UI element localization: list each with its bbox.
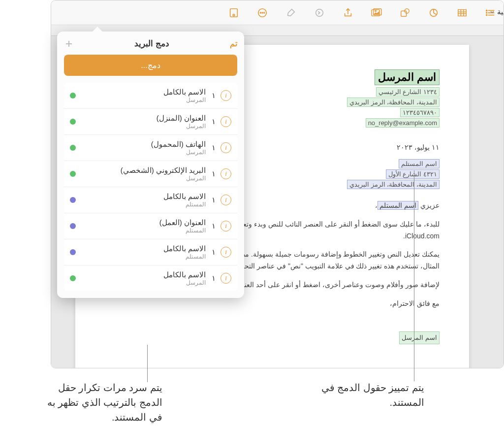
field-sublabel: المستلم — [81, 253, 206, 260]
svg-point-23 — [486, 14, 487, 15]
shapes-icon[interactable] — [399, 7, 411, 19]
field-label: الهاتف (المحمول) — [81, 140, 206, 149]
info-icon[interactable]: i — [220, 116, 231, 127]
merge-field-row[interactable]: الاسم بالكامل المرسل ١ i — [64, 265, 237, 291]
field-text: الاسم بالكامل المستلم — [81, 244, 206, 260]
field-sublabel: المرسل — [81, 149, 206, 156]
field-dot-icon — [70, 145, 76, 151]
merge-field-sender-phone[interactable]: ١٢٣٤٥٦٧٨٩٠ — [400, 108, 440, 117]
merge-field-row[interactable]: العنوان (المنزل) المرسل ١ i — [64, 109, 237, 135]
field-count: ١ — [211, 222, 216, 230]
info-icon[interactable]: i — [220, 142, 231, 153]
done-button[interactable]: تم — [230, 39, 237, 48]
merge-field-row[interactable]: الاسم بالكامل المستلم ١ i — [64, 239, 237, 265]
field-dot-icon — [70, 197, 76, 203]
merge-field-sender-name[interactable]: اسم المرسل — [375, 69, 440, 85]
info-icon[interactable]: i — [220, 90, 231, 101]
callout-2: يتم سرد مرات تكرار حقل الدمج بالترتيب ال… — [44, 380, 162, 425]
field-count: ١ — [211, 274, 216, 283]
field-count: ١ — [211, 91, 216, 100]
field-label: البريد الإلكتروني (الشخصي) — [81, 166, 206, 175]
field-text: العنوان (العمل) المستلم — [81, 218, 206, 234]
chart-icon[interactable] — [428, 7, 440, 19]
field-text: الاسم بالكامل المرسل — [81, 88, 206, 103]
field-text: العنوان (المنزل) المرسل — [81, 114, 206, 130]
more-icon[interactable] — [256, 7, 268, 19]
field-label: العنوان (المنزل) — [81, 114, 206, 123]
merge-field-row[interactable]: العنوان (العمل) المستلم ١ i — [64, 213, 237, 239]
field-sublabel: المستلم — [81, 227, 206, 234]
field-dot-icon — [70, 249, 76, 255]
merge-field-list: الاسم بالكامل المرسل ١ i العنوان (المنزل… — [64, 83, 237, 291]
svg-rect-10 — [401, 11, 407, 16]
merge-field-sender-addr2[interactable]: المدينة، المحافظة، الرمز البريدي — [347, 98, 440, 107]
merge-field-sender-email[interactable]: no_reply@example.com — [366, 118, 440, 128]
merge-field-signature[interactable]: اسم المرسل — [399, 331, 440, 344]
merge-field-row[interactable]: الاسم بالكامل المرسل ١ i — [64, 83, 237, 109]
merge-field-sender-addr1[interactable]: ١٢٣٤ الشارع الرئيسي — [376, 87, 440, 97]
field-sublabel: المرسل — [81, 279, 206, 286]
svg-point-5 — [264, 12, 265, 13]
svg-point-4 — [262, 12, 263, 13]
field-sublabel: المستلم — [81, 201, 206, 208]
info-icon[interactable]: i — [220, 221, 231, 231]
callout-line-1 — [414, 170, 414, 381]
table-icon[interactable] — [456, 7, 468, 19]
mail-merge-popover: دمج البريد تم دمج... الاسم بالكامل المرس… — [57, 32, 244, 298]
field-label: العنوان (العمل) — [81, 218, 206, 227]
field-sublabel: المرسل — [81, 97, 206, 103]
merge-button[interactable]: دمج... — [64, 55, 237, 76]
field-text: الاسم بالكامل المستلم — [81, 192, 206, 208]
document-title[interactable]: لاسيكية — [489, 7, 504, 16]
field-label: الاسم بالكامل — [81, 88, 206, 97]
merge-field-row[interactable]: الهاتف (المحمول) المرسل ١ i — [64, 135, 237, 161]
merge-field-recipient-addr1[interactable]: ٤٣٢١ الشارع الأول — [386, 169, 440, 179]
field-count: ١ — [211, 169, 216, 178]
popover-header: دمج البريد تم — [64, 38, 237, 49]
field-dot-icon — [70, 171, 76, 177]
field-text: الهاتف (المحمول) المرسل — [81, 140, 206, 156]
media-icon[interactable] — [371, 7, 382, 19]
toolbar — [51, 0, 504, 25]
view-icon[interactable] — [228, 7, 240, 19]
info-icon[interactable]: i — [220, 168, 231, 179]
field-dot-icon — [70, 93, 76, 98]
redo-icon[interactable] — [314, 7, 325, 19]
svg-point-3 — [260, 12, 261, 13]
svg-point-22 — [486, 12, 487, 13]
info-icon[interactable]: i — [220, 195, 231, 205]
field-count: ١ — [211, 117, 216, 126]
svg-rect-13 — [458, 9, 467, 16]
merge-field-recipient-name[interactable]: اسم المستلم — [399, 159, 440, 168]
field-text: البريد الإلكتروني (الشخصي) المرسل — [81, 166, 206, 182]
field-count: ١ — [211, 143, 216, 152]
salutation-prefix: عزيزي — [418, 201, 440, 209]
field-dot-icon — [70, 223, 76, 229]
field-label: الاسم بالكامل — [81, 270, 206, 279]
merge-field-row[interactable]: البريد الإلكتروني (الشخصي) المرسل ١ i — [64, 161, 237, 187]
merge-field-row[interactable]: الاسم بالكامل المستلم ١ i — [64, 187, 237, 213]
field-label: الاسم بالكامل — [81, 244, 206, 253]
svg-point-1 — [233, 14, 235, 16]
brush-icon[interactable] — [285, 7, 297, 19]
merge-field-recipient-addr2[interactable]: المدينة، المحافظة، الرمز البريدي — [347, 180, 440, 189]
info-icon[interactable]: i — [220, 247, 231, 258]
share-icon[interactable] — [342, 7, 354, 19]
field-count: ١ — [211, 248, 216, 257]
chevron-down-icon — [489, 9, 495, 15]
closing-text: مع فائق الاحترام، — [105, 298, 440, 310]
field-dot-icon — [70, 119, 76, 125]
svg-point-9 — [375, 10, 377, 12]
field-label: الاسم بالكامل — [81, 192, 206, 201]
callout-1: يتم تمييز حقول الدمج في المستند. — [296, 380, 424, 410]
svg-point-21 — [486, 10, 487, 11]
doc-title-label: لاسيكية — [497, 7, 504, 16]
field-sublabel: المرسل — [81, 123, 206, 130]
add-field-button[interactable] — [64, 39, 74, 49]
field-count: ١ — [211, 196, 216, 204]
callout-line-2 — [147, 345, 148, 382]
info-icon[interactable]: i — [220, 273, 231, 284]
popover-title: دمج البريد — [74, 38, 230, 49]
merge-field-inline-recipient[interactable]: اسم المستلم — [378, 201, 418, 210]
field-dot-icon — [70, 275, 76, 281]
